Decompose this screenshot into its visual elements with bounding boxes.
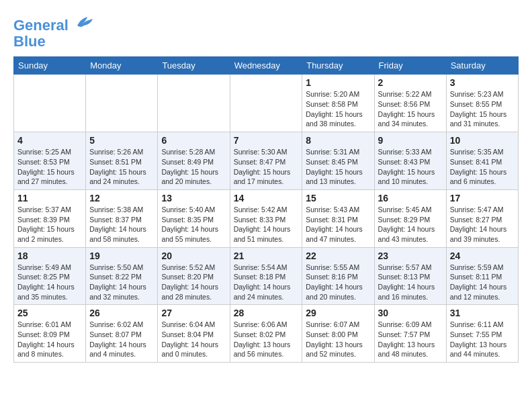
day-info: Sunrise: 6:07 AM Sunset: 8:00 PM Dayligh… — [306, 320, 370, 359]
logo: General Blue — [13, 13, 94, 50]
day-number: 7 — [234, 135, 299, 146]
day-number: 4 — [17, 135, 82, 146]
calendar-cell: 19Sunrise: 5:50 AM Sunset: 8:22 PM Dayli… — [86, 247, 158, 305]
day-info: Sunrise: 5:30 AM Sunset: 8:47 PM Dayligh… — [234, 147, 299, 187]
day-number: 28 — [234, 308, 299, 318]
weekday-header-tuesday: Tuesday — [158, 57, 230, 75]
day-number: 18 — [17, 250, 82, 261]
day-info: Sunrise: 5:31 AM Sunset: 8:45 PM Dayligh… — [306, 147, 370, 187]
day-number: 6 — [161, 135, 226, 146]
day-number: 22 — [306, 250, 370, 261]
day-info: Sunrise: 5:54 AM Sunset: 8:18 PM Dayligh… — [234, 263, 299, 302]
weekday-header-wednesday: Wednesday — [230, 57, 302, 75]
week-row-1: 1Sunrise: 5:20 AM Sunset: 8:58 PM Daylig… — [14, 75, 519, 132]
calendar-cell: 27Sunrise: 6:04 AM Sunset: 8:04 PM Dayli… — [158, 305, 230, 363]
day-info: Sunrise: 5:22 AM Sunset: 8:56 PM Dayligh… — [378, 89, 443, 129]
calendar-cell: 8Sunrise: 5:31 AM Sunset: 8:45 PM Daylig… — [302, 132, 374, 190]
day-number: 3 — [450, 77, 515, 88]
day-number: 27 — [161, 308, 226, 318]
calendar-cell: 4Sunrise: 5:25 AM Sunset: 8:53 PM Daylig… — [14, 132, 86, 190]
calendar-cell: 25Sunrise: 6:01 AM Sunset: 8:09 PM Dayli… — [14, 305, 86, 363]
week-row-5: 25Sunrise: 6:01 AM Sunset: 8:09 PM Dayli… — [14, 305, 519, 363]
day-number: 17 — [450, 193, 515, 203]
day-info: Sunrise: 5:50 AM Sunset: 8:22 PM Dayligh… — [89, 263, 154, 302]
calendar-cell: 13Sunrise: 5:40 AM Sunset: 8:35 PM Dayli… — [158, 189, 230, 247]
day-number: 31 — [450, 308, 515, 318]
calendar-cell: 23Sunrise: 5:57 AM Sunset: 8:13 PM Dayli… — [374, 247, 446, 305]
day-info: Sunrise: 5:55 AM Sunset: 8:16 PM Dayligh… — [306, 263, 370, 302]
weekday-header-row: SundayMondayTuesdayWednesdayThursdayFrid… — [14, 57, 519, 75]
day-info: Sunrise: 5:45 AM Sunset: 8:29 PM Dayligh… — [378, 205, 443, 244]
day-info: Sunrise: 6:09 AM Sunset: 7:57 PM Dayligh… — [378, 320, 443, 359]
calendar-cell: 12Sunrise: 5:38 AM Sunset: 8:37 PM Dayli… — [86, 189, 158, 247]
day-info: Sunrise: 5:20 AM Sunset: 8:58 PM Dayligh… — [306, 89, 370, 129]
logo-blue: Blue — [13, 33, 46, 50]
calendar-cell — [230, 75, 302, 132]
day-info: Sunrise: 5:23 AM Sunset: 8:55 PM Dayligh… — [450, 89, 515, 129]
weekday-header-friday: Friday — [374, 57, 446, 75]
calendar-cell: 15Sunrise: 5:43 AM Sunset: 8:31 PM Dayli… — [302, 189, 374, 247]
calendar-cell: 18Sunrise: 5:49 AM Sunset: 8:25 PM Dayli… — [14, 247, 86, 305]
logo-bird-icon — [74, 13, 94, 30]
weekday-header-saturday: Saturday — [446, 57, 518, 75]
weekday-header-monday: Monday — [86, 57, 158, 75]
calendar-cell: 3Sunrise: 5:23 AM Sunset: 8:55 PM Daylig… — [446, 75, 518, 132]
day-info: Sunrise: 5:38 AM Sunset: 8:37 PM Dayligh… — [89, 205, 154, 244]
day-number: 19 — [89, 250, 154, 261]
calendar-cell: 30Sunrise: 6:09 AM Sunset: 7:57 PM Dayli… — [374, 305, 446, 363]
calendar-cell — [86, 75, 158, 132]
day-info: Sunrise: 5:25 AM Sunset: 8:53 PM Dayligh… — [17, 147, 82, 187]
weekday-header-thursday: Thursday — [302, 57, 374, 75]
day-number: 20 — [161, 250, 226, 261]
day-info: Sunrise: 6:11 AM Sunset: 7:55 PM Dayligh… — [450, 320, 515, 359]
calendar-cell: 31Sunrise: 6:11 AM Sunset: 7:55 PM Dayli… — [446, 305, 518, 363]
week-row-3: 11Sunrise: 5:37 AM Sunset: 8:39 PM Dayli… — [14, 189, 519, 247]
day-info: Sunrise: 5:40 AM Sunset: 8:35 PM Dayligh… — [161, 205, 226, 244]
day-number: 15 — [306, 193, 370, 203]
calendar-cell: 7Sunrise: 5:30 AM Sunset: 8:47 PM Daylig… — [230, 132, 302, 190]
day-number: 5 — [89, 135, 154, 146]
day-info: Sunrise: 5:35 AM Sunset: 8:41 PM Dayligh… — [450, 147, 515, 187]
day-number: 21 — [234, 250, 299, 261]
logo-general: General — [13, 17, 69, 34]
day-info: Sunrise: 5:33 AM Sunset: 8:43 PM Dayligh… — [378, 147, 443, 187]
day-number: 8 — [306, 135, 370, 146]
day-info: Sunrise: 5:59 AM Sunset: 8:11 PM Dayligh… — [450, 263, 515, 302]
calendar-cell: 17Sunrise: 5:47 AM Sunset: 8:27 PM Dayli… — [446, 189, 518, 247]
calendar-cell: 20Sunrise: 5:52 AM Sunset: 8:20 PM Dayli… — [158, 247, 230, 305]
day-number: 2 — [378, 77, 443, 88]
day-info: Sunrise: 5:28 AM Sunset: 8:49 PM Dayligh… — [161, 147, 226, 187]
day-info: Sunrise: 5:26 AM Sunset: 8:51 PM Dayligh… — [89, 147, 154, 187]
day-number: 16 — [378, 193, 443, 203]
calendar-cell: 24Sunrise: 5:59 AM Sunset: 8:11 PM Dayli… — [446, 247, 518, 305]
day-info: Sunrise: 5:57 AM Sunset: 8:13 PM Dayligh… — [378, 263, 443, 302]
day-number: 11 — [17, 193, 82, 203]
day-info: Sunrise: 6:01 AM Sunset: 8:09 PM Dayligh… — [17, 320, 82, 359]
calendar-cell: 22Sunrise: 5:55 AM Sunset: 8:16 PM Dayli… — [302, 247, 374, 305]
day-number: 29 — [306, 308, 370, 318]
day-number: 9 — [378, 135, 443, 146]
calendar-cell — [158, 75, 230, 132]
day-number: 30 — [378, 308, 443, 318]
day-number: 10 — [450, 135, 515, 146]
calendar-table: SundayMondayTuesdayWednesdayThursdayFrid… — [13, 56, 519, 363]
day-info: Sunrise: 5:43 AM Sunset: 8:31 PM Dayligh… — [306, 205, 370, 244]
calendar-cell: 5Sunrise: 5:26 AM Sunset: 8:51 PM Daylig… — [86, 132, 158, 190]
calendar-cell: 28Sunrise: 6:06 AM Sunset: 8:02 PM Dayli… — [230, 305, 302, 363]
day-number: 12 — [89, 193, 154, 203]
day-number: 14 — [234, 193, 299, 203]
day-info: Sunrise: 5:37 AM Sunset: 8:39 PM Dayligh… — [17, 205, 82, 244]
calendar-cell: 11Sunrise: 5:37 AM Sunset: 8:39 PM Dayli… — [14, 189, 86, 247]
calendar-cell: 21Sunrise: 5:54 AM Sunset: 8:18 PM Dayli… — [230, 247, 302, 305]
week-row-4: 18Sunrise: 5:49 AM Sunset: 8:25 PM Dayli… — [14, 247, 519, 305]
calendar-cell: 6Sunrise: 5:28 AM Sunset: 8:49 PM Daylig… — [158, 132, 230, 190]
day-number: 13 — [161, 193, 226, 203]
calendar-cell — [14, 75, 86, 132]
day-number: 26 — [89, 308, 154, 318]
day-number: 23 — [378, 250, 443, 261]
day-info: Sunrise: 5:42 AM Sunset: 8:33 PM Dayligh… — [234, 205, 299, 244]
calendar-cell: 26Sunrise: 6:02 AM Sunset: 8:07 PM Dayli… — [86, 305, 158, 363]
day-info: Sunrise: 5:49 AM Sunset: 8:25 PM Dayligh… — [17, 263, 82, 302]
calendar-cell: 10Sunrise: 5:35 AM Sunset: 8:41 PM Dayli… — [446, 132, 518, 190]
weekday-header-sunday: Sunday — [14, 57, 86, 75]
